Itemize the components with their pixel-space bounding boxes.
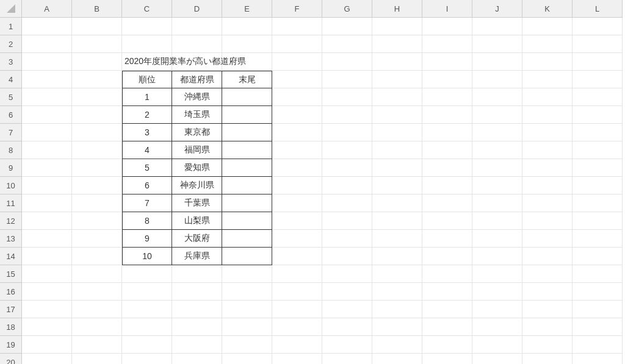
cell-A5[interactable] [22,88,72,106]
cell-I2[interactable] [422,35,472,53]
cell-F17[interactable] [272,301,322,318]
cell-G2[interactable] [322,35,372,53]
cell-D6[interactable]: 埼玉県 [172,106,222,124]
cell-C5[interactable]: 1 [122,88,172,106]
row-header-4[interactable]: 4 [0,71,22,88]
cell-A19[interactable] [22,336,72,354]
cell-A1[interactable] [22,18,72,35]
cell-B13[interactable] [72,230,122,248]
cell-F18[interactable] [272,318,322,336]
cell-J5[interactable] [472,88,522,106]
cell-L10[interactable] [573,177,623,194]
cell-I20[interactable] [422,354,472,364]
cell-J16[interactable] [472,283,522,301]
row-header-6[interactable]: 6 [0,106,22,124]
cell-H15[interactable] [372,265,422,283]
cell-A12[interactable] [22,212,72,230]
row-header-3[interactable]: 3 [0,53,22,71]
cell-L13[interactable] [573,230,623,248]
cell-C6[interactable]: 2 [122,106,172,124]
cell-E16[interactable] [222,283,272,301]
cell-C1[interactable] [122,18,172,35]
cell-B8[interactable] [72,141,122,159]
cell-J7[interactable] [472,124,522,141]
cell-L11[interactable] [573,194,623,212]
cell-L8[interactable] [573,141,623,159]
cell-B10[interactable] [72,177,122,194]
cell-L17[interactable] [573,301,623,318]
cell-D7[interactable]: 東京都 [172,124,222,141]
cell-J11[interactable] [472,194,522,212]
cell-L16[interactable] [573,283,623,301]
cell-L20[interactable] [573,354,623,364]
cell-B20[interactable] [72,354,122,364]
cell-I10[interactable] [422,177,472,194]
cell-J4[interactable] [472,71,522,88]
row-header-15[interactable]: 15 [0,265,22,283]
cell-J8[interactable] [472,141,522,159]
cell-L3[interactable] [573,53,623,71]
column-header-H[interactable]: H [372,0,422,18]
cell-I3[interactable] [422,53,472,71]
cell-K17[interactable] [522,301,573,318]
cell-K11[interactable] [522,194,573,212]
cell-H18[interactable] [372,318,422,336]
cell-K6[interactable] [522,106,573,124]
row-header-11[interactable]: 11 [0,194,22,212]
column-header-E[interactable]: E [222,0,272,18]
cell-D15[interactable] [172,265,222,283]
cell-D17[interactable] [172,301,222,318]
column-header-K[interactable]: K [522,0,573,18]
column-header-G[interactable]: G [322,0,372,18]
cell-G12[interactable] [322,212,372,230]
cell-I13[interactable] [422,230,472,248]
cell-C11[interactable]: 7 [122,194,172,212]
row-header-1[interactable]: 1 [0,18,22,35]
cell-E11[interactable] [222,194,272,212]
cell-B3[interactable] [72,53,122,71]
cell-C17[interactable] [122,301,172,318]
cell-E1[interactable] [222,18,272,35]
cell-H6[interactable] [372,106,422,124]
cell-K1[interactable] [522,18,573,35]
cell-I8[interactable] [422,141,472,159]
cell-A9[interactable] [22,159,72,177]
cell-J15[interactable] [472,265,522,283]
cell-H7[interactable] [372,124,422,141]
select-all-corner[interactable] [0,0,22,18]
cell-A7[interactable] [22,124,72,141]
cell-K12[interactable] [522,212,573,230]
cell-C8[interactable]: 4 [122,141,172,159]
cell-I12[interactable] [422,212,472,230]
cell-H3[interactable] [372,53,422,71]
column-header-B[interactable]: B [72,0,122,18]
cell-L18[interactable] [573,318,623,336]
cell-E18[interactable] [222,318,272,336]
cell-G8[interactable] [322,141,372,159]
cell-I18[interactable] [422,318,472,336]
cell-A15[interactable] [22,265,72,283]
cell-K16[interactable] [522,283,573,301]
cell-K15[interactable] [522,265,573,283]
cell-J6[interactable] [472,106,522,124]
cell-J9[interactable] [472,159,522,177]
cell-A14[interactable] [22,248,72,265]
cell-A10[interactable] [22,177,72,194]
cell-C20[interactable] [122,354,172,364]
cell-F16[interactable] [272,283,322,301]
cell-D10[interactable]: 神奈川県 [172,177,222,194]
cell-F4[interactable] [272,71,322,88]
cell-E13[interactable] [222,230,272,248]
cell-B5[interactable] [72,88,122,106]
cell-E14[interactable] [222,248,272,265]
cell-G9[interactable] [322,159,372,177]
cell-F20[interactable] [272,354,322,364]
cell-B2[interactable] [72,35,122,53]
cell-B7[interactable] [72,124,122,141]
cell-I17[interactable] [422,301,472,318]
cell-F15[interactable] [272,265,322,283]
cell-F9[interactable] [272,159,322,177]
cell-G17[interactable] [322,301,372,318]
cell-A11[interactable] [22,194,72,212]
cell-H12[interactable] [372,212,422,230]
